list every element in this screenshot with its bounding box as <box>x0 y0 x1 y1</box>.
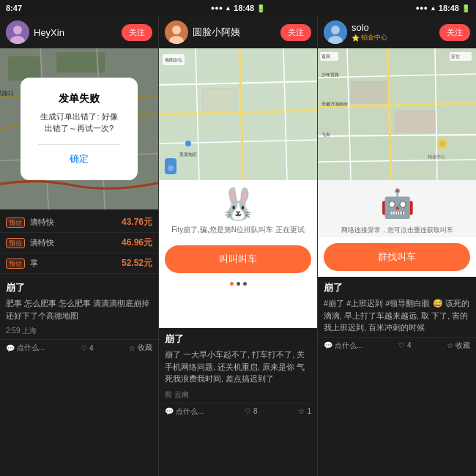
post-body-3: #崩了 #上班迟到 #领导翻白眼 😅 该死的滴滴, 早上打了车越来越远, 取 下… <box>318 296 476 337</box>
dialog-title-1: 发单失败 <box>38 92 120 105</box>
action-bar-3: 💬 点什么... ♡ 4 ☆ 收藏 <box>318 337 476 354</box>
price-item-2: 预估 享 52.52元 <box>0 253 158 274</box>
time-center: 18:48 <box>234 4 254 12</box>
svg-text:飞车: 飞车 <box>321 132 330 137</box>
price-value-0: 43.76元 <box>122 216 152 228</box>
battery-icon-center: 🔋 <box>256 4 265 12</box>
map-area-3: 铂金中心 少年宫路 安徽万浦南街 飞车 返回 定位 <box>318 48 476 180</box>
network-error-text-3: 网络连接异常，您可点击重连获取叫车 <box>341 226 453 235</box>
post-location-2: 前 云南 <box>165 390 189 398</box>
user-info-1: HeyXin <box>6 21 64 44</box>
svg-text:定位: 定位 <box>451 53 460 59</box>
error-text-2: Fity崩了,骗,您是第N位排队叫车 正在更试 <box>171 224 305 235</box>
dialog-overlay-1: 发单失败 生成订单出错了: 好像出错了～再试一次? 确定 <box>0 48 158 209</box>
post-title-2: 崩了 <box>159 328 317 347</box>
map-button-2[interactable]: ◎ <box>165 158 176 174</box>
svg-text:铂金中心: 铂金中心 <box>427 154 445 159</box>
battery-icon-right: 🔋 <box>461 4 470 12</box>
panel-3-header: solo ⭐ 铂金中心 关注 <box>318 16 476 48</box>
action-bar-2: 💬 点什么... ♡ 8 ☆ 1 <box>159 403 317 420</box>
network-error-char-3: 🤖 <box>380 187 414 221</box>
price-item-1: 预估 滴特快 46.96元 <box>0 233 158 253</box>
action-like-1[interactable]: ♡ 4 <box>81 344 94 352</box>
price-value-1: 46.96元 <box>122 237 152 249</box>
dot-indicator-2 <box>159 279 317 289</box>
dot-3 <box>243 282 247 286</box>
panel-1-header: HeyXin 关注 <box>0 16 158 48</box>
order-button-3[interactable]: 群找叫车 <box>324 243 470 271</box>
panel-1-bottom: 崩了 肥事 怎么肥事 怎么肥事 滴滴滴彻底崩掉 还好下了个高德地图 2:59 上… <box>0 277 158 476</box>
dialog-confirm-button-1[interactable]: 确定 <box>38 144 120 166</box>
error-dialog-1: 发单失败 生成订单出错了: 好像出错了～再试一次? 确定 <box>21 78 138 180</box>
action-collect-2[interactable]: ☆ 1 <box>298 407 311 415</box>
price-value-2: 52.52元 <box>122 257 152 269</box>
svg-rect-25 <box>203 89 236 111</box>
gold-badge-3: ⭐ 铂金中心 <box>352 33 387 42</box>
status-bar-right: ●●● ▲ 18:48 🔋 <box>317 2 476 14</box>
svg-point-26 <box>185 141 191 146</box>
panels-container: HeyXin 关注 某路口 主干道 <box>0 16 476 476</box>
panel-2: 圆脸小阿姨 关注 某某地区 地图定位 ◎ <box>159 16 318 476</box>
network-error-3: 🤖 网络连接异常，您可点击重连获取叫车 <box>318 180 476 237</box>
post-time-1: 2:59 上海 <box>6 327 37 335</box>
svg-text:某某地区: 某某地区 <box>179 152 197 157</box>
panel-3: solo ⭐ 铂金中心 关注 <box>318 16 476 476</box>
dialog-message-1: 生成订单出错了: 好像出错了～再试一次? <box>38 111 120 134</box>
follow-button-3[interactable]: 关注 <box>439 24 470 41</box>
post-title-1: 崩了 <box>0 277 158 296</box>
action-comment-1[interactable]: 💬 点什么... <box>6 343 45 353</box>
follow-button-2[interactable]: 关注 <box>280 24 311 41</box>
panel-2-header: 圆脸小阿姨 关注 <box>159 16 317 48</box>
panel-3-content: 🤖 网络连接异常，您可点击重连获取叫车 群找叫车 <box>318 180 476 277</box>
signal-right: ●●● <box>416 4 428 12</box>
status-bar: 8:47 ●●● ▲ 18:48 🔋 ●●● ▲ 18:48 🔋 <box>0 0 476 16</box>
price-list-1: 预估 滴特快 43.76元 预估 滴特快 46.96元 预估 享 52.52元 <box>0 209 158 277</box>
svg-rect-42 <box>395 111 435 133</box>
panel-2-content: 🐰 Fity崩了,骗,您是第N位排队叫车 正在更试 叫叫叫车 <box>159 180 317 328</box>
panel-3-bottom: 崩了 #崩了 #上班迟到 #领导翻白眼 😅 该死的滴滴, 早上打了车越来越远, … <box>318 277 476 476</box>
post-body-1: 肥事 怎么肥事 怎么肥事 滴滴滴彻底崩掉 还好下了个高德地图 <box>0 296 158 324</box>
post-title-3: 崩了 <box>318 277 476 296</box>
username-2: 圆脸小阿姨 <box>193 26 240 39</box>
svg-point-1 <box>13 26 22 34</box>
action-collect-3[interactable]: ☆ 收藏 <box>447 341 470 351</box>
dot-2 <box>237 282 240 286</box>
dot-1 <box>230 282 234 286</box>
signal-center: ●●● <box>211 4 223 12</box>
action-like-3[interactable]: ♡ 4 <box>398 341 412 349</box>
action-comment-3[interactable]: 💬 点什么... <box>324 341 362 351</box>
action-collect-1[interactable]: ☆ 收藏 <box>129 343 152 353</box>
price-item-0: 预估 滴特快 43.76元 <box>0 212 158 233</box>
svg-text:地图定位: 地图定位 <box>164 57 182 62</box>
user-info-2: 圆脸小阿姨 <box>165 21 240 44</box>
avatar-3 <box>324 21 347 44</box>
wifi-right: ▲ <box>430 4 436 12</box>
status-bar-left: 8:47 <box>0 2 159 14</box>
panel-2-bottom: 崩了 崩了 一大早小车起不了, 打车打不了, 关手机网络问题, 还关机重启, 原… <box>159 328 317 476</box>
map-area-1: 某路口 主干道 发单失败 生成订单出错了: 好像出错了～再试一次? 确定 <box>0 48 158 209</box>
svg-text:安徽万浦南街: 安徽万浦南街 <box>321 101 348 106</box>
time-left: 8:47 <box>6 4 22 12</box>
map-area-2: 某某地区 地图定位 ◎ <box>159 48 317 180</box>
username-1: HeyXin <box>34 27 64 38</box>
action-bar-1: 💬 点什么... ♡ 4 ☆ 收藏 <box>0 339 158 356</box>
follow-button-1[interactable]: 关注 <box>122 24 152 41</box>
avatar-1 <box>6 21 29 44</box>
status-bar-center: ●●● ▲ 18:48 🔋 <box>159 2 318 14</box>
svg-point-15 <box>172 26 181 34</box>
svg-point-44 <box>439 141 445 146</box>
post-body-2: 崩了 一大早小车起不了, 打车打不了, 关手机网络问题, 还关机重启, 原来是你… <box>159 347 317 388</box>
error-char-2: 🐰 <box>219 189 257 220</box>
avatar-2 <box>165 21 188 44</box>
action-comment-2[interactable]: 💬 点什么... <box>165 406 204 417</box>
action-like-2[interactable]: ♡ 8 <box>245 407 258 415</box>
wifi-center: ▲ <box>225 4 231 12</box>
time-right: 18:48 <box>439 4 459 12</box>
svg-text:返回: 返回 <box>321 54 330 59</box>
svg-text:少年宫路: 少年宫路 <box>321 72 339 77</box>
svg-point-31 <box>331 26 340 34</box>
error-illustration-2: 🐰 Fity崩了,骗,您是第N位排队叫车 正在更试 <box>159 180 317 239</box>
panel-1: HeyXin 关注 某路口 主干道 <box>0 16 159 476</box>
username-3: solo <box>352 22 387 33</box>
order-button-2[interactable]: 叫叫叫车 <box>165 245 311 273</box>
